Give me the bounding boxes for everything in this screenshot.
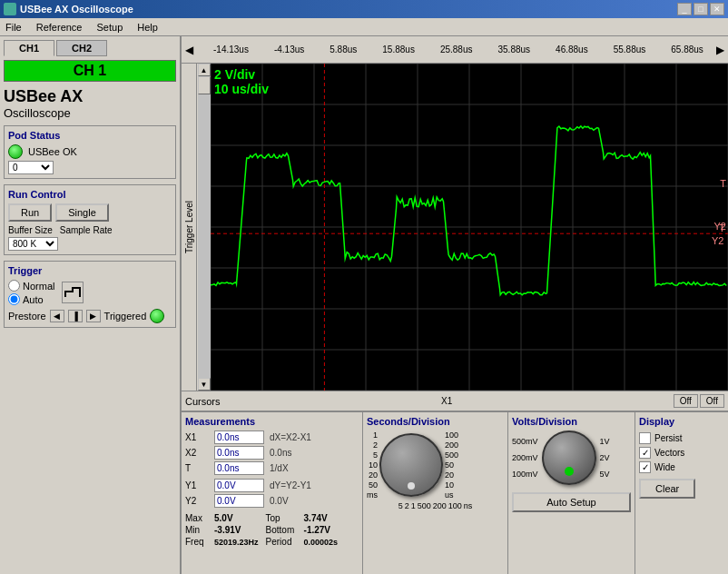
scroll-track bbox=[198, 76, 211, 378]
device-sub: Oscilloscope bbox=[4, 106, 176, 120]
trigger-auto-radio[interactable]: Auto bbox=[8, 293, 54, 305]
volt-label-200mv: 200mV bbox=[512, 453, 538, 462]
volt-right-labels: 1V 2V 5V bbox=[600, 437, 610, 479]
x2-row: X2 0.0ns 0.0ns bbox=[185, 446, 359, 460]
main-area: CH1 CH2 CH 1 USBee AX Oscilloscope Pod S… bbox=[0, 36, 728, 574]
run-buttons: Run Single bbox=[8, 203, 172, 222]
sample-rate-label: Sample Rate bbox=[60, 225, 113, 235]
volts-knob-area: 500mV 200mV 100mV 1V 2V 5V bbox=[512, 430, 631, 485]
dx-value: 0.0ns bbox=[270, 448, 291, 458]
persist-label: Persist bbox=[654, 433, 683, 443]
volts-knob[interactable] bbox=[542, 430, 596, 485]
y2-marker: Y2 bbox=[714, 221, 726, 232]
volts-division-panel: Volts/Division 500mV 200mV 100mV 1V bbox=[508, 412, 635, 574]
prestore-left-btn[interactable]: ◀ bbox=[50, 310, 64, 322]
bottom-row: Bottom -1.27V bbox=[266, 525, 339, 535]
x2-value: 0.0ns bbox=[214, 446, 264, 460]
x1-row: X1 0.0ns dX=X2-X1 bbox=[185, 430, 359, 444]
vectors-check-row: Vectors bbox=[639, 447, 724, 459]
title-bar-buttons[interactable]: _ □ ✕ bbox=[677, 3, 724, 15]
bottom-panels: Measurements X1 0.0ns dX=X2-X1 X2 0.0ns … bbox=[182, 411, 728, 574]
volt-label-1v: 1V bbox=[600, 437, 610, 446]
prestore-right-btn[interactable]: ▶ bbox=[86, 310, 101, 322]
menu-setup[interactable]: Setup bbox=[97, 22, 123, 33]
triggered-led bbox=[150, 309, 164, 323]
volt-left-labels: 500mV 200mV 100mV bbox=[512, 437, 538, 479]
single-button[interactable]: Single bbox=[55, 203, 109, 222]
bottom-label: Bottom bbox=[266, 525, 302, 535]
clear-button[interactable]: Clear bbox=[639, 479, 695, 499]
tab-ch2[interactable]: CH2 bbox=[56, 40, 107, 56]
scroll-down-btn[interactable]: ▼ bbox=[198, 378, 211, 391]
minimize-button[interactable]: _ bbox=[677, 3, 692, 15]
title-bar: USBee AX Oscilloscope _ □ ✕ bbox=[0, 0, 728, 18]
x1-label: X1 bbox=[185, 432, 212, 442]
trigger-normal-radio[interactable]: Normal bbox=[8, 280, 54, 292]
x1-value: 0.0ns bbox=[214, 430, 264, 444]
max-row: Max 5.0V bbox=[185, 513, 259, 523]
time-labels: -14.13us -4.13us 5.88us 15.88us 25.88us … bbox=[201, 45, 716, 54]
prestore-row: Prestore ◀ ▐ ▶ Triggered bbox=[8, 309, 172, 323]
menu-file[interactable]: File bbox=[5, 22, 22, 33]
pod-select-row: 0 bbox=[8, 161, 172, 174]
seconds-knob[interactable] bbox=[379, 433, 443, 497]
prestore-label: Prestore bbox=[8, 311, 46, 322]
normal-label: Normal bbox=[23, 281, 54, 292]
auto-radio-input[interactable] bbox=[8, 293, 20, 305]
off-button-1[interactable]: Off bbox=[674, 394, 698, 408]
pod-status-section: Pod Status USBee OK 0 bbox=[4, 125, 176, 179]
oscilloscope-canvas[interactable] bbox=[211, 64, 728, 391]
time-label-4: 25.88us bbox=[440, 45, 473, 54]
close-button[interactable]: ✕ bbox=[710, 3, 724, 15]
off-button-2[interactable]: Off bbox=[700, 394, 724, 408]
scroll-thumb[interactable] bbox=[198, 76, 211, 94]
stats-col1: Max 5.0V Min -3.91V Freq 52019.23Hz bbox=[185, 513, 259, 549]
trigger-section: Trigger Normal Auto bbox=[4, 261, 176, 328]
vertical-scrollbar: ▲ ▼ bbox=[196, 64, 211, 391]
scroll-up-btn[interactable]: ▲ bbox=[198, 64, 211, 76]
max-label: Max bbox=[185, 513, 212, 523]
dy-value: 0.0V bbox=[270, 496, 289, 506]
vectors-label: Vectors bbox=[654, 448, 684, 458]
buffer-size-select[interactable]: 800 K bbox=[8, 237, 58, 251]
time-label-7: 55.88us bbox=[614, 45, 646, 54]
normal-radio-input[interactable] bbox=[8, 280, 20, 292]
menu-help[interactable]: Help bbox=[137, 22, 158, 33]
y1-label: Y1 bbox=[185, 480, 212, 490]
buffer-row: Buffer Size Sample Rate bbox=[8, 225, 172, 235]
pod-select[interactable]: 0 bbox=[8, 161, 54, 174]
scope-canvas[interactable]: 2 V/div 10 us/div T Y2 bbox=[211, 64, 728, 391]
seconds-div-title: Seconds/Division bbox=[367, 416, 504, 427]
volts-knob-container bbox=[542, 430, 596, 485]
run-button[interactable]: Run bbox=[8, 203, 52, 222]
persist-checkbox[interactable] bbox=[639, 432, 651, 444]
trigger-radio-group: Normal Auto bbox=[8, 280, 54, 305]
scroll-left-arrow[interactable]: ◀ bbox=[185, 44, 193, 56]
auto-setup-button[interactable]: Auto Setup bbox=[512, 492, 631, 512]
time-label-8: 65.88us bbox=[671, 45, 703, 54]
period-label: Period bbox=[266, 537, 302, 547]
prestore-mid-btn[interactable]: ▐ bbox=[68, 310, 83, 322]
scroll-right-arrow[interactable]: ▶ bbox=[716, 44, 724, 56]
time-label-6: 46.88us bbox=[556, 45, 588, 54]
seconds-knob-area: 1 2 5 10 20 50 ms 100 bbox=[367, 430, 504, 500]
maximize-button[interactable]: □ bbox=[694, 3, 708, 15]
channel-label: CH 1 bbox=[4, 60, 176, 82]
seconds-knob-container bbox=[379, 433, 443, 497]
triggered-label: Triggered bbox=[104, 311, 147, 322]
title-bar-left: USBee AX Oscilloscope bbox=[4, 3, 133, 15]
tab-ch1[interactable]: CH1 bbox=[4, 40, 54, 56]
time-label-0: -14.13us bbox=[213, 45, 249, 54]
volt-label-5v: 5V bbox=[600, 470, 610, 479]
measurements-title: Measurements bbox=[185, 416, 359, 427]
stats-row: Max 5.0V Min -3.91V Freq 52019.23Hz bbox=[185, 513, 359, 549]
cursors-label: Cursors bbox=[185, 396, 221, 407]
vectors-checkbox[interactable] bbox=[639, 447, 651, 459]
volt-label-2v: 2V bbox=[600, 453, 610, 462]
wide-checkbox[interactable] bbox=[639, 461, 651, 473]
volts-knob-indicator bbox=[565, 467, 574, 476]
dy-label: dY=Y2-Y1 bbox=[270, 480, 311, 490]
min-value: -3.91V bbox=[214, 525, 241, 535]
menu-reference[interactable]: Reference bbox=[36, 22, 83, 33]
scope-main-row: Trigger Level ▲ ▼ 2 V/div 10 us/div T Y2 bbox=[182, 64, 728, 391]
